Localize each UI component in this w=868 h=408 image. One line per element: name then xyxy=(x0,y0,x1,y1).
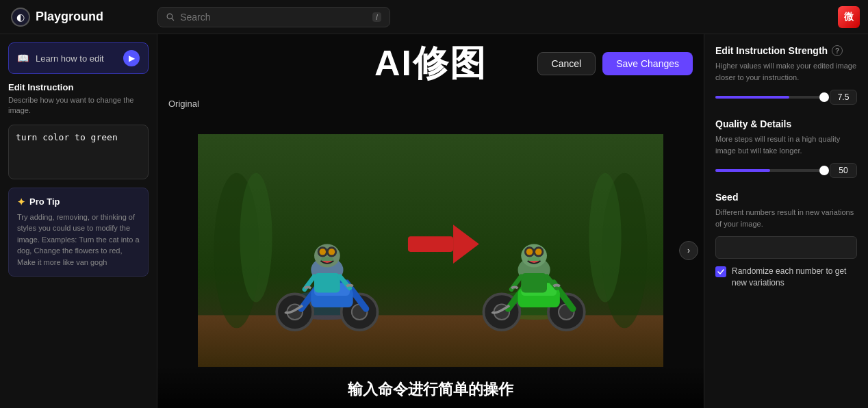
seed-section: Seed Different numbers result in new var… xyxy=(715,192,857,289)
quality-value: 50 xyxy=(830,163,857,178)
svg-point-38 xyxy=(535,248,541,255)
pro-tip-title: ✦ Pro Tip xyxy=(17,196,140,207)
logo-text: Playground xyxy=(36,10,103,24)
quality-slider-thumb xyxy=(819,166,829,175)
original-label: Original xyxy=(168,99,199,109)
edit-instruction-input[interactable]: turn color to green xyxy=(8,125,149,179)
svg-point-37 xyxy=(526,248,533,255)
search-shortcut: / xyxy=(372,12,381,22)
strength-slider-fill xyxy=(715,96,789,99)
quality-title: Quality & Details xyxy=(715,118,857,129)
avatar[interactable]: 微 xyxy=(838,6,860,28)
svg-rect-16 xyxy=(314,273,340,292)
edit-instruction-section: Edit Instruction Describe how you want t… xyxy=(8,82,149,116)
search-input[interactable] xyxy=(180,12,367,23)
quality-desc: More steps will result in a high quality… xyxy=(715,133,857,156)
seed-title: Seed xyxy=(715,192,857,203)
strength-desc: Higher values will make your edited imag… xyxy=(715,60,857,83)
chevron-right-button[interactable]: › xyxy=(679,241,698,260)
svg-line-1 xyxy=(172,18,174,20)
search-bar[interactable]: / xyxy=(157,7,390,27)
checkmark-icon xyxy=(717,268,724,275)
strength-value: 7.5 xyxy=(830,90,857,105)
randomize-checkbox[interactable] xyxy=(715,266,726,277)
seed-desc: Different numbers result in new variatio… xyxy=(715,207,857,229)
quality-slider-track[interactable] xyxy=(715,169,824,172)
randomize-row: Randomize each number to get new variati… xyxy=(715,266,857,289)
overlay-text: 输入命令进行简单的操作 xyxy=(157,366,704,408)
svg-point-5 xyxy=(240,173,272,303)
edit-instruction-desc: Describe how you want to change the imag… xyxy=(8,95,149,116)
svg-point-7 xyxy=(589,173,621,303)
learn-btn-label: Learn how to edit xyxy=(36,53,116,64)
svg-point-21 xyxy=(329,248,335,255)
strength-section: Edit Instruction Strength ? Higher value… xyxy=(715,45,857,105)
svg-rect-33 xyxy=(521,273,547,292)
learn-how-to-edit-button[interactable]: 📖 Learn how to edit ▶ xyxy=(8,42,149,74)
main: 📖 Learn how to edit ▶ Edit Instruction D… xyxy=(0,34,868,408)
svg-rect-3 xyxy=(198,315,663,367)
save-changes-button[interactable]: Save Changes xyxy=(602,52,693,75)
quality-slider-fill xyxy=(715,169,770,172)
svg-point-20 xyxy=(320,248,326,255)
strength-info-icon[interactable]: ? xyxy=(832,45,843,56)
learn-btn-arrow: ▶ xyxy=(123,50,140,66)
quality-section: Quality & Details More steps will result… xyxy=(715,118,857,178)
star-icon: ✦ xyxy=(17,196,25,207)
canvas-actions: Cancel Save Changes xyxy=(537,52,693,75)
strength-slider-thumb xyxy=(819,92,829,102)
seed-input[interactable] xyxy=(715,236,857,259)
book-icon: 📖 xyxy=(17,53,29,64)
strength-slider-track[interactable] xyxy=(715,96,824,99)
pro-tip-text: Try adding, removing, or thinking of sty… xyxy=(17,212,140,268)
logo-area: ◐ Playground xyxy=(0,8,157,27)
right-panel: Edit Instruction Strength ? Higher value… xyxy=(704,34,868,408)
canvas-header: AI修图 Cancel Save Changes xyxy=(157,34,704,93)
logo-icon: ◐ xyxy=(11,8,30,27)
strength-slider-row: 7.5 xyxy=(715,90,857,105)
frog-image xyxy=(157,134,704,367)
edit-instruction-title: Edit Instruction xyxy=(8,82,149,92)
quality-slider-row: 50 xyxy=(715,163,857,178)
sidebar: 📖 Learn how to edit ▶ Edit Instruction D… xyxy=(0,34,157,408)
header: ◐ Playground / 微 xyxy=(0,0,868,34)
header-right: 微 xyxy=(838,6,868,28)
canvas-area: AI修图 Cancel Save Changes Original xyxy=(157,34,704,408)
cancel-button[interactable]: Cancel xyxy=(537,52,596,75)
canvas-title: AI修图 xyxy=(374,40,487,88)
search-icon xyxy=(166,12,175,22)
svg-rect-23 xyxy=(408,236,453,252)
strength-title: Edit Instruction Strength ? xyxy=(715,45,857,56)
randomize-label: Randomize each number to get new variati… xyxy=(732,266,857,289)
pro-tip-box: ✦ Pro Tip Try adding, removing, or think… xyxy=(8,188,149,277)
image-container: Original xyxy=(157,93,704,408)
